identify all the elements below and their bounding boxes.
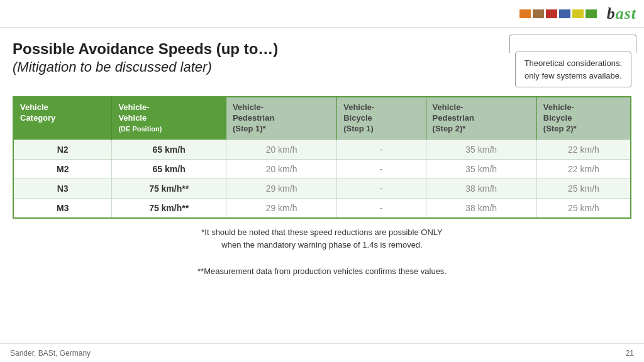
- note-line2: only few systems availabe.: [525, 71, 622, 80]
- bast-logo-text: bast: [607, 4, 636, 23]
- col-header-vehicle-category: VehicleCategory: [13, 97, 112, 140]
- row-m2-vv: 65 km/h: [112, 159, 226, 178]
- table-container: VehicleCategory Vehicle-Vehicle(DE Posit…: [13, 96, 631, 219]
- footnotes: *It should be noted that these speed red…: [13, 226, 631, 278]
- speeds-table: VehicleCategory Vehicle-Vehicle(DE Posit…: [13, 96, 631, 219]
- row-m3-vps1: 29 km/h: [226, 198, 336, 218]
- row-n3-vps1: 29 km/h: [226, 178, 336, 198]
- color-green: [586, 9, 597, 18]
- row-m3-vbs1: -: [337, 198, 426, 218]
- color-orange: [519, 9, 531, 18]
- row-n2-cat: N2: [13, 140, 112, 159]
- footer-left: Sander, BASt, Germany: [10, 349, 91, 358]
- row-n2-vbs1: -: [337, 140, 426, 159]
- footnote-star-line1: *It should be noted that these speed red…: [13, 226, 631, 239]
- subtitle: (Mitigation to be discussed later): [13, 58, 278, 77]
- row-n3-vbs1: -: [337, 178, 426, 198]
- table-row: N3 75 km/h** 29 km/h - 38 km/h 25 km/h: [13, 178, 631, 198]
- top-bar: bast: [0, 0, 644, 28]
- bottom-bar: Sander, BASt, Germany 21: [0, 343, 644, 362]
- row-n2-vbs2: 22 km/h: [536, 140, 631, 159]
- note-line1: Theoretical considerations;: [525, 58, 622, 68]
- table-row: M2 65 km/h 20 km/h - 35 km/h 22 km/h: [13, 159, 631, 178]
- row-m2-vps1: 20 km/h: [226, 159, 336, 178]
- col-header-veh-bic-s1: Vehicle-Bicycle(Step 1): [337, 97, 426, 140]
- col-header-veh-ped-s2: Vehicle-Pedestrian(Step 2)*: [426, 97, 536, 140]
- col-header-veh-ped-s1: Vehicle-Pedestrian(Step 1)*: [226, 97, 336, 140]
- row-m3-vv: 75 km/h**: [112, 198, 226, 218]
- row-m2-cat: M2: [13, 159, 112, 178]
- main-title: Possible Avoidance Speeds (up to…): [13, 39, 278, 58]
- footer-right: 21: [626, 349, 634, 358]
- row-n2-vps2: 35 km/h: [426, 140, 536, 159]
- row-n3-vv: 75 km/h**: [112, 178, 226, 198]
- row-m2-vps2: 35 km/h: [426, 159, 536, 178]
- col-header-vehicle-vehicle: Vehicle-Vehicle(DE Position): [112, 97, 226, 140]
- color-brown: [533, 9, 544, 18]
- row-m3-vbs2: 25 km/h: [536, 198, 631, 218]
- row-n3-vps2: 38 km/h: [426, 178, 536, 198]
- main-content: Possible Avoidance Speeds (up to…) (Miti…: [0, 28, 644, 342]
- table-header-row: VehicleCategory Vehicle-Vehicle(DE Posit…: [13, 97, 631, 140]
- row-n2-vv: 65 km/h: [112, 140, 226, 159]
- note-box: Theoretical considerations; only few sys…: [515, 52, 631, 87]
- title-block: Possible Avoidance Speeds (up to…) (Miti…: [13, 39, 278, 77]
- table-row: N2 65 km/h 20 km/h - 35 km/h 22 km/h: [13, 140, 631, 159]
- color-red: [546, 9, 557, 18]
- color-yellow: [572, 9, 584, 18]
- table-row: M3 75 km/h** 29 km/h - 38 km/h 25 km/h: [13, 198, 631, 218]
- footnote-star-line2: when the mandatory warning phase of 1.4s…: [13, 239, 631, 252]
- row-m2-vbs1: -: [337, 159, 426, 178]
- row-n3-vbs2: 25 km/h: [536, 178, 631, 198]
- title-section: Possible Avoidance Speeds (up to…) (Miti…: [13, 39, 631, 87]
- row-m2-vbs2: 22 km/h: [536, 159, 631, 178]
- row-m3-cat: M3: [13, 198, 112, 218]
- row-n3-cat: N3: [13, 178, 112, 198]
- color-squares: [519, 9, 597, 18]
- row-n2-vps1: 20 km/h: [226, 140, 336, 159]
- col-header-veh-bic-s2: Vehicle-Bicycle(Step 2)*: [536, 97, 631, 140]
- footnote-double-star: **Measurement data from production vehic…: [13, 265, 631, 278]
- row-m3-vps2: 38 km/h: [426, 198, 536, 218]
- color-blue: [559, 9, 570, 18]
- bast-logo: bast: [607, 4, 636, 23]
